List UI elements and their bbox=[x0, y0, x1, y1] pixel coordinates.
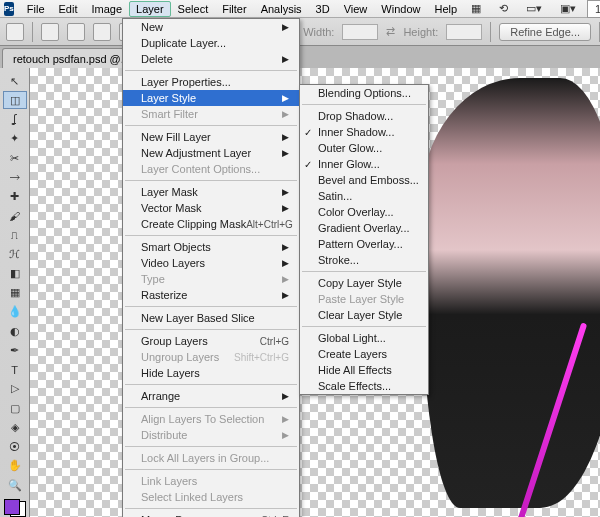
tool-dodge[interactable]: ◐ bbox=[3, 322, 27, 340]
layer-menu-new-layer-based-slice[interactable]: New Layer Based Slice bbox=[123, 310, 299, 326]
tool-history-brush[interactable]: ℋ bbox=[3, 245, 27, 263]
tool-type[interactable]: T bbox=[3, 361, 27, 379]
layer-menu-vector-mask[interactable]: Vector Mask▶ bbox=[123, 200, 299, 216]
selection-new-icon[interactable] bbox=[41, 23, 59, 41]
style-menu-gradient-overlay[interactable]: Gradient Overlay... bbox=[300, 220, 428, 236]
layer-menu-new[interactable]: New▶ bbox=[123, 19, 299, 35]
menu-edit[interactable]: Edit bbox=[52, 1, 85, 17]
submenu-arrow-icon: ▶ bbox=[282, 430, 289, 440]
layer-menu-ungroup-layers: Ungroup LayersShift+Ctrl+G bbox=[123, 349, 299, 365]
style-menu-color-overlay[interactable]: Color Overlay... bbox=[300, 204, 428, 220]
style-menu-copy-layer-style[interactable]: Copy Layer Style bbox=[300, 275, 428, 291]
menu-item-label: Distribute bbox=[141, 429, 187, 441]
layer-menu-merge-down[interactable]: Merge DownCtrl+E bbox=[123, 512, 299, 517]
menu-analysis[interactable]: Analysis bbox=[254, 1, 309, 17]
menu-separator bbox=[125, 70, 297, 71]
zoom-field[interactable]: 100% bbox=[587, 0, 600, 18]
style-menu-stroke[interactable]: Stroke... bbox=[300, 252, 428, 268]
layer-menu-duplicate-layer[interactable]: Duplicate Layer... bbox=[123, 35, 299, 51]
style-menu-pattern-overlay[interactable]: Pattern Overlay... bbox=[300, 236, 428, 252]
tool-hand[interactable]: ✋ bbox=[3, 457, 27, 475]
selection-subtract-icon[interactable] bbox=[93, 23, 111, 41]
style-menu-inner-glow[interactable]: Inner Glow... bbox=[300, 156, 428, 172]
tool-lasso[interactable]: ʆ bbox=[3, 110, 27, 128]
layer-menu-delete[interactable]: Delete▶ bbox=[123, 51, 299, 67]
tool-3d[interactable]: ◈ bbox=[3, 418, 27, 436]
tool-eyedropper[interactable]: 𐃘 bbox=[3, 168, 27, 186]
menu-window[interactable]: Window bbox=[374, 1, 427, 17]
style-menu-hide-all-effects[interactable]: Hide All Effects bbox=[300, 362, 428, 378]
tool-pen[interactable]: ✒ bbox=[3, 341, 27, 359]
refine-edge-button[interactable]: Refine Edge... bbox=[499, 23, 591, 41]
tool-marquee[interactable]: ◫ bbox=[3, 91, 27, 109]
style-menu-drop-shadow[interactable]: Drop Shadow... bbox=[300, 108, 428, 124]
tool-zoom[interactable]: 🔍 bbox=[3, 476, 27, 494]
arrange-icon[interactable]: ▭▾ bbox=[519, 0, 549, 17]
style-menu-paste-layer-style: Paste Layer Style bbox=[300, 291, 428, 307]
style-menu-clear-layer-style[interactable]: Clear Layer Style bbox=[300, 307, 428, 323]
style-menu-global-light[interactable]: Global Light... bbox=[300, 330, 428, 346]
tool-gradient[interactable]: ▦ bbox=[3, 284, 27, 302]
screen-mode-icon[interactable]: ▣▾ bbox=[553, 0, 583, 17]
menu-file[interactable]: File bbox=[20, 1, 52, 17]
app-icon: Ps bbox=[4, 2, 14, 16]
tool-path[interactable]: ▷ bbox=[3, 380, 27, 398]
menu-shortcut: Shift+Ctrl+G bbox=[234, 352, 289, 363]
menu-item-label: New bbox=[141, 21, 163, 33]
menu-item-label: Ungroup Layers bbox=[141, 351, 219, 363]
style-menu-blending-options[interactable]: Blending Options... bbox=[300, 85, 428, 101]
tool-wand[interactable]: ✦ bbox=[3, 130, 27, 148]
selection-add-icon[interactable] bbox=[67, 23, 85, 41]
layer-menu-layer-mask[interactable]: Layer Mask▶ bbox=[123, 184, 299, 200]
menu-help[interactable]: Help bbox=[427, 1, 464, 17]
tool-3d-camera[interactable]: ⦿ bbox=[3, 437, 27, 455]
menu-item-label: Layer Content Options... bbox=[141, 163, 260, 175]
style-menu-create-layers[interactable]: Create Layers bbox=[300, 346, 428, 362]
tool-shape[interactable]: ▢ bbox=[3, 399, 27, 417]
menu-separator bbox=[125, 469, 297, 470]
menu-item-label: Layer Style bbox=[141, 92, 196, 104]
width-field[interactable] bbox=[342, 24, 378, 40]
menu-layer[interactable]: Layer bbox=[129, 1, 171, 17]
layer-menu-new-fill-layer[interactable]: New Fill Layer▶ bbox=[123, 129, 299, 145]
layer-menu-create-clipping-mask[interactable]: Create Clipping MaskAlt+Ctrl+G bbox=[123, 216, 299, 232]
tool-preset-icon[interactable] bbox=[6, 23, 24, 41]
layer-menu-new-adjustment-layer[interactable]: New Adjustment Layer▶ bbox=[123, 145, 299, 161]
layer-menu-group-layers[interactable]: Group LayersCtrl+G bbox=[123, 333, 299, 349]
menu-image[interactable]: Image bbox=[85, 1, 130, 17]
tool-healing[interactable]: ✚ bbox=[3, 187, 27, 205]
style-menu-inner-shadow[interactable]: Inner Shadow... bbox=[300, 124, 428, 140]
toolbox: ↖ ◫ ʆ ✦ ✂ 𐃘 ✚ 🖌 ⎍ ℋ ◧ ▦ 💧 ◐ ✒ T ▷ ▢ ◈ ⦿ … bbox=[0, 68, 30, 517]
menu-item-label: Gradient Overlay... bbox=[318, 222, 410, 234]
layer-menu-smart-objects[interactable]: Smart Objects▶ bbox=[123, 239, 299, 255]
layer-menu-hide-layers[interactable]: Hide Layers bbox=[123, 365, 299, 381]
layer-menu-dropdown: New▶Duplicate Layer...Delete▶Layer Prope… bbox=[122, 18, 300, 517]
bridge-icon[interactable]: ▦ bbox=[464, 0, 488, 17]
menu-view[interactable]: View bbox=[337, 1, 375, 17]
menu-select[interactable]: Select bbox=[171, 1, 216, 17]
layer-menu-layer-style[interactable]: Layer Style▶ bbox=[123, 90, 299, 106]
tool-eraser[interactable]: ◧ bbox=[3, 264, 27, 282]
menu-filter[interactable]: Filter bbox=[215, 1, 253, 17]
tool-brush[interactable]: 🖌 bbox=[3, 207, 27, 225]
layer-menu-video-layers[interactable]: Video Layers▶ bbox=[123, 255, 299, 271]
tool-crop[interactable]: ✂ bbox=[3, 149, 27, 167]
layer-menu-layer-properties[interactable]: Layer Properties... bbox=[123, 74, 299, 90]
style-menu-outer-glow[interactable]: Outer Glow... bbox=[300, 140, 428, 156]
submenu-arrow-icon: ▶ bbox=[282, 187, 289, 197]
tool-stamp[interactable]: ⎍ bbox=[3, 226, 27, 244]
color-swatches[interactable] bbox=[4, 499, 26, 517]
foreground-color-swatch[interactable] bbox=[4, 499, 20, 515]
style-menu-scale-effects[interactable]: Scale Effects... bbox=[300, 378, 428, 394]
swap-icon[interactable]: ⇄ bbox=[386, 25, 395, 38]
style-menu-bevel-and-emboss[interactable]: Bevel and Emboss... bbox=[300, 172, 428, 188]
tool-blur[interactable]: 💧 bbox=[3, 303, 27, 321]
height-field[interactable] bbox=[446, 24, 482, 40]
style-menu-satin[interactable]: Satin... bbox=[300, 188, 428, 204]
menu-3d[interactable]: 3D bbox=[309, 1, 337, 17]
submenu-arrow-icon: ▶ bbox=[282, 391, 289, 401]
layer-menu-arrange[interactable]: Arrange▶ bbox=[123, 388, 299, 404]
layer-menu-rasterize[interactable]: Rasterize▶ bbox=[123, 287, 299, 303]
history-toggle-icon[interactable]: ⟲ bbox=[492, 0, 515, 17]
tool-move[interactable]: ↖ bbox=[3, 72, 27, 90]
